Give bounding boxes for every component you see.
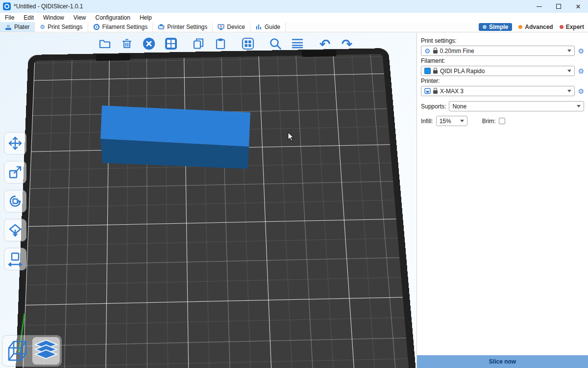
redo-button[interactable]: ↷ [338, 35, 356, 53]
advanced-mode-dot-icon [518, 25, 522, 29]
print-settings-gear-button[interactable]: ⚙ [578, 48, 584, 54]
open-project-button[interactable] [96, 35, 114, 53]
device-monitor-icon [218, 24, 224, 30]
scale-tool-button[interactable] [4, 161, 26, 184]
variable-layer-height-button[interactable] [289, 35, 306, 53]
expert-mode-dot-icon [560, 25, 564, 29]
menu-file[interactable]: File [5, 14, 14, 21]
layers-stack-icon [33, 339, 59, 363]
filament-gear-button[interactable]: ⚙ [578, 68, 584, 75]
printer-value: X-MAX 3 [440, 88, 464, 95]
filament-color-swatch [424, 68, 431, 74]
printer-gear-button[interactable]: ⚙ [578, 88, 584, 95]
supports-label: Supports: [421, 103, 446, 110]
printer-mini-icon [424, 88, 431, 94]
undo-icon: ↶ [319, 37, 331, 51]
3d-viewport[interactable]: ↶ ↷ [0, 33, 416, 368]
printer-label: Printer: [421, 78, 584, 84]
simple-mode-dot-icon [483, 25, 487, 29]
mode-selector: Simple Advanced Expert [479, 22, 588, 32]
printer-icon [158, 24, 165, 30]
move-tool-button[interactable] [4, 132, 26, 155]
undo-button[interactable]: ↶ [316, 35, 334, 53]
maximize-button[interactable] [549, 0, 568, 13]
print-settings-label: Print settings: [421, 37, 584, 44]
tab-filament-settings[interactable]: Filament Settings [88, 22, 153, 32]
mode-label: Simple [489, 24, 508, 30]
lock-icon [433, 90, 438, 94]
measure-tool-button[interactable] [4, 248, 26, 270]
mode-expert[interactable]: Expert [560, 24, 584, 30]
supports-row: Supports: None [421, 101, 584, 111]
menu-edit[interactable]: Edit [24, 14, 34, 21]
tab-label: Device [227, 24, 245, 30]
split-to-objects-button[interactable] [239, 35, 257, 53]
bed-container [0, 33, 416, 368]
tab-plater[interactable]: Plater [0, 22, 35, 32]
rotate-tool-button[interactable] [4, 190, 26, 212]
mode-advanced[interactable]: Advanced [518, 24, 553, 30]
chevron-down-icon [567, 70, 571, 72]
slice-now-button[interactable]: Slice now [417, 355, 588, 368]
paste-button[interactable] [212, 35, 229, 53]
infill-label: Infill: [421, 118, 433, 125]
move-icon [7, 135, 23, 151]
supports-combo[interactable]: None [449, 101, 584, 111]
open-folder-icon [98, 37, 111, 50]
menu-help[interactable]: Help [140, 14, 152, 21]
tab-label: Filament Settings [102, 24, 148, 30]
filament-combo[interactable]: QIDI PLA Rapido [421, 66, 575, 76]
tabbar: Plater ⚙ Print Settings Filament Setting… [0, 22, 588, 32]
copy-button[interactable] [190, 35, 207, 53]
mode-label: Expert [566, 24, 584, 30]
3d-editor-view-button[interactable] [4, 337, 31, 365]
infill-row: Infill: 15% Brim: [421, 116, 584, 126]
brim-checkbox[interactable] [499, 118, 505, 124]
layer-height-icon [291, 37, 304, 50]
filament-row: QIDI PLA Rapido ⚙ [421, 66, 584, 76]
tab-device[interactable]: Device [213, 22, 250, 32]
settings-panel: Print settings: ⚙ 0.20mm Fine ⚙ Filament… [416, 33, 588, 368]
window-controls: ✕ [529, 0, 588, 13]
tab-guide[interactable]: Guide [250, 22, 286, 32]
mode-label: Advanced [525, 24, 553, 30]
delete-all-icon [143, 37, 155, 50]
chevron-down-icon [577, 105, 581, 107]
place-on-face-tool-button[interactable] [4, 219, 26, 241]
infill-combo[interactable]: 15% [436, 116, 467, 126]
menu-window[interactable]: Window [43, 14, 64, 21]
place-on-face-icon [7, 222, 23, 238]
preset-gear-icon: ⚙ [424, 48, 431, 54]
print-bed [11, 48, 416, 368]
minimize-button[interactable] [529, 0, 549, 13]
viewport-left-toolbar [4, 132, 26, 270]
menubar: File Edit Window View Configuration Help [0, 13, 588, 22]
tab-print-settings[interactable]: ⚙ Print Settings [35, 22, 88, 32]
chevron-down-icon [567, 50, 571, 52]
3d-view-cube-icon [6, 339, 29, 363]
copy-icon [192, 37, 205, 50]
filament-spool-icon [93, 24, 100, 30]
tab-printer-settings[interactable]: Printer Settings [153, 22, 213, 32]
minimize-icon [537, 6, 542, 7]
menu-configuration[interactable]: Configuration [96, 14, 130, 21]
guide-icon [255, 24, 262, 30]
menu-view[interactable]: View [74, 14, 86, 21]
delete-all-button[interactable] [140, 35, 158, 53]
infill-value: 15% [440, 118, 451, 125]
redo-icon: ↷ [342, 37, 353, 51]
lock-icon [433, 70, 438, 74]
scale-icon [7, 164, 23, 180]
preview-layers-button[interactable] [32, 337, 60, 365]
close-button[interactable]: ✕ [568, 0, 588, 13]
mode-simple[interactable]: Simple [479, 23, 512, 31]
arrange-button[interactable] [162, 35, 180, 53]
delete-button[interactable] [118, 35, 136, 53]
print-settings-combo[interactable]: ⚙ 0.20mm Fine [421, 46, 575, 56]
bed-clip-tab [96, 54, 130, 61]
printer-combo[interactable]: X-MAX 3 [421, 86, 575, 96]
search-button[interactable] [267, 35, 284, 53]
filament-value: QIDI PLA Rapido [440, 68, 485, 75]
measure-icon [7, 251, 23, 267]
tab-label: Plater [14, 24, 29, 30]
